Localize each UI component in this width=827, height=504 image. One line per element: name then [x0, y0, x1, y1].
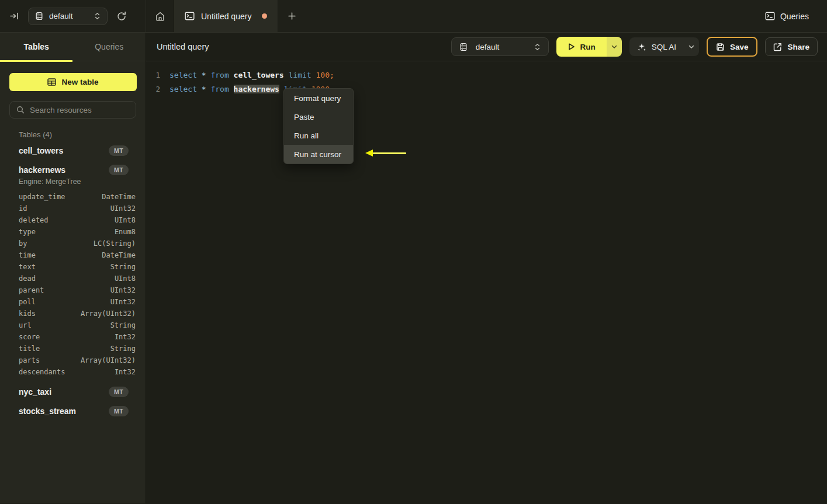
code-token: hackernews	[234, 85, 279, 93]
column-row: urlString	[0, 319, 146, 331]
column-row: byLC(String)	[0, 238, 146, 249]
refresh-button[interactable]	[116, 11, 127, 22]
column-name: text	[19, 263, 110, 271]
column-row: parentUInt32	[0, 284, 146, 296]
column-type: Enum8	[115, 228, 136, 236]
column-row: scoreInt32	[0, 331, 146, 343]
column-row: deadUInt8	[0, 273, 146, 284]
code-token: cell_towers	[234, 71, 284, 79]
column-name: parent	[19, 286, 110, 294]
chevron-up-down-icon	[94, 12, 101, 20]
sql-ai-options-button[interactable]	[684, 37, 699, 56]
terminal-icon	[765, 12, 775, 20]
context-menu-item[interactable]: Format query	[284, 89, 353, 107]
run-button[interactable]: Run	[556, 37, 607, 57]
tab-title: Untitled query	[201, 12, 251, 21]
editor-line: 1select * from cell_towers limit 100;	[146, 68, 827, 82]
column-type: Array(UInt32)	[81, 356, 136, 364]
sidebar-tabs: Tables Queries	[0, 33, 146, 61]
column-name: poll	[19, 298, 110, 306]
column-list: update_timeDateTimeidUInt32deletedUInt8t…	[0, 191, 146, 382]
play-icon	[568, 43, 575, 51]
new-tab-button[interactable]	[278, 0, 306, 32]
collapse-sidebar-icon	[9, 11, 19, 21]
context-menu-item[interactable]: Run all	[284, 126, 353, 145]
search-input[interactable]	[30, 106, 129, 114]
terminal-icon	[185, 12, 195, 20]
table-name: stocks_stream	[19, 406, 109, 416]
table-name: hackernews	[19, 165, 109, 175]
code-token: *	[202, 85, 206, 93]
workspace-database-selector[interactable]: default	[28, 8, 108, 25]
column-type: String	[110, 321, 136, 329]
share-button[interactable]: Share	[765, 37, 818, 56]
sidebar-tab-queries[interactable]: Queries	[73, 33, 146, 61]
column-name: id	[19, 204, 110, 213]
tabstrip: Untitled query	[146, 0, 306, 32]
table-row[interactable]: nyc_taxiMT	[0, 382, 146, 401]
new-table-button[interactable]: New table	[9, 73, 137, 91]
column-name: descendants	[19, 368, 115, 376]
column-name: parts	[19, 356, 81, 364]
column-type: Int32	[115, 368, 136, 376]
table-row[interactable]: cell_towersMT	[0, 141, 146, 160]
editor-context-menu: Format queryPasteRun allRun at cursor	[283, 88, 354, 164]
sql-ai-label: SQL AI	[652, 43, 676, 51]
save-button[interactable]: Save	[707, 37, 758, 57]
context-menu-item[interactable]: Paste	[284, 107, 353, 126]
table-name: cell_towers	[19, 146, 109, 155]
run-options-button[interactable]	[607, 37, 622, 57]
column-type: DateTime	[102, 193, 136, 201]
query-database-selector[interactable]: default	[451, 37, 549, 56]
topbar: default	[0, 0, 827, 33]
column-name: update_time	[19, 193, 102, 201]
sparkles-icon	[637, 42, 646, 51]
table-row[interactable]: stocks_streamMT	[0, 401, 146, 420]
query-title: Untitled query	[157, 42, 451, 51]
code-token	[229, 85, 234, 93]
code-token: from	[210, 85, 229, 93]
table-row[interactable]: hackernewsMT	[0, 160, 146, 179]
code-token	[197, 71, 202, 79]
plus-icon	[288, 12, 296, 20]
column-type: UInt32	[110, 204, 136, 213]
column-row: idUInt32	[0, 203, 146, 214]
run-split-button: Run	[556, 37, 622, 57]
column-name: by	[19, 239, 94, 248]
sidebar-tab-tables[interactable]: Tables	[0, 33, 73, 61]
column-name: url	[19, 321, 110, 329]
save-label: Save	[730, 43, 749, 51]
column-type: String	[110, 263, 136, 271]
unsaved-indicator-dot	[262, 13, 267, 19]
tab-untitled-query[interactable]: Untitled query	[174, 0, 278, 32]
home-tab-button[interactable]	[146, 0, 174, 32]
column-row: update_timeDateTime	[0, 191, 146, 203]
code-token	[284, 71, 289, 79]
column-name: time	[19, 251, 102, 259]
column-type: UInt32	[110, 298, 136, 306]
code-token	[197, 85, 202, 93]
column-type: Int32	[115, 333, 136, 341]
column-type: UInt32	[110, 286, 136, 294]
column-name: dead	[19, 274, 115, 283]
table-grid-icon	[47, 78, 56, 86]
code-token: limit	[289, 71, 312, 79]
query-toolbar: default Run	[451, 37, 818, 57]
sql-editor[interactable]: 1select * from cell_towers limit 100;2se…	[146, 61, 827, 96]
column-row: pollUInt32	[0, 296, 146, 308]
column-row: kidsArray(UInt32)	[0, 308, 146, 319]
editor-line: 2select * from hackernews limit 1000	[146, 82, 827, 96]
code-token: select	[169, 71, 197, 79]
engine-label: Engine: MergeTree	[19, 178, 146, 186]
workspace-database-value: default	[49, 12, 73, 20]
database-icon	[35, 12, 43, 20]
context-menu-item[interactable]: Run at cursor	[284, 145, 353, 164]
table-name: nyc_taxi	[19, 387, 109, 397]
queries-panel-button[interactable]: Queries	[765, 12, 809, 21]
collapse-sidebar-button[interactable]	[9, 11, 19, 21]
search-icon	[16, 106, 25, 114]
active-tab-underline	[0, 60, 72, 62]
sql-ai-button[interactable]: SQL AI	[629, 37, 684, 56]
sidebar: Tables Queries New table Tables (4) cell…	[0, 33, 146, 503]
share-label: Share	[787, 43, 809, 51]
